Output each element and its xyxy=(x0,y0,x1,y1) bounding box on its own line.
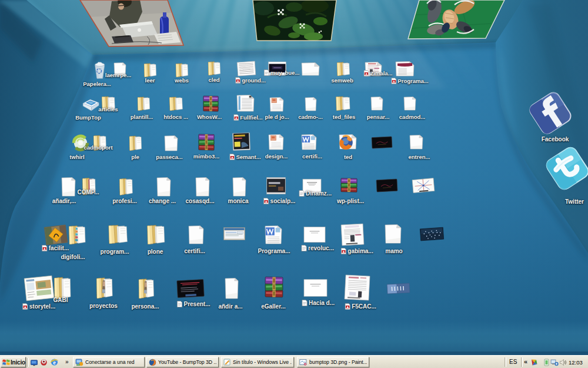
svg-text:e: e xyxy=(53,359,56,366)
